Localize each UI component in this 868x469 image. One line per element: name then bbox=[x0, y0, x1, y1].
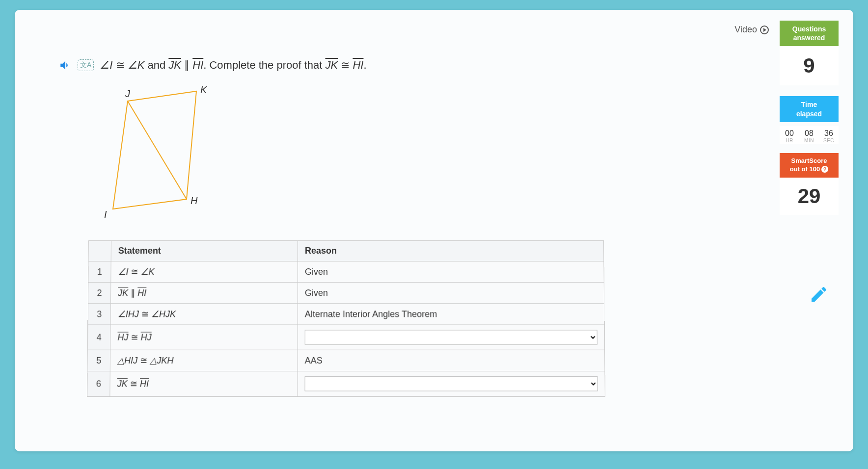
help-icon[interactable]: ? bbox=[821, 166, 828, 173]
svg-marker-0 bbox=[113, 91, 196, 209]
reason-cell bbox=[298, 371, 605, 396]
question-card: Video Questions answered 9 Time elapsed … bbox=[15, 10, 853, 451]
smartscore-value: 29 bbox=[780, 178, 839, 215]
timer-sec: 36 bbox=[819, 129, 839, 138]
table-row: 5 △HIJ ≅ △JKH AAS bbox=[87, 350, 605, 371]
statement-cell[interactable]: ∠I ≅ ∠K bbox=[111, 261, 298, 283]
reason-cell[interactable]: Given bbox=[298, 261, 604, 283]
proof-table-body: 1 ∠I ≅ ∠K Given 2 JK ∥ HI Given 3 ∠IHJ ≅… bbox=[87, 261, 605, 397]
geometry-diagram: J K H I bbox=[103, 86, 834, 226]
reason-select[interactable] bbox=[305, 376, 598, 391]
table-row: 6 JK ≅ HI bbox=[87, 371, 605, 396]
table-row: 2 JK ∥ HI Given bbox=[88, 283, 604, 304]
timer-min-label: MIN bbox=[799, 138, 819, 143]
statement-cell[interactable]: JK ≅ HI bbox=[110, 371, 298, 396]
reason-select[interactable] bbox=[305, 330, 597, 344]
question-text: 文A ∠I ≅ ∠K and JK ∥ HI. Complete the pro… bbox=[59, 59, 834, 72]
smartscore-label: SmartScore out of 100? bbox=[780, 153, 839, 178]
vertex-J: J bbox=[125, 88, 131, 99]
questions-answered-label: Questions answered bbox=[780, 21, 839, 46]
reason-cell[interactable]: AAS bbox=[298, 350, 605, 371]
timer-hr: 00 bbox=[780, 129, 799, 138]
play-icon bbox=[760, 26, 769, 34]
vertex-I: I bbox=[104, 209, 107, 220]
table-row: 3 ∠IHJ ≅ ∠HJK Alternate Interior Angles … bbox=[88, 304, 604, 325]
vertex-H: H bbox=[190, 195, 198, 206]
timer-min: 08 bbox=[799, 129, 819, 138]
header-statement: Statement bbox=[111, 240, 298, 261]
scratchpad-button[interactable] bbox=[809, 285, 829, 304]
vertex-K: K bbox=[200, 86, 208, 95]
header-blank bbox=[88, 240, 111, 261]
reason-cell bbox=[298, 325, 604, 350]
svg-line-1 bbox=[128, 101, 187, 199]
timer: 00 HR 08 MIN 36 SEC bbox=[780, 126, 839, 144]
reason-cell[interactable]: Alternate Interior Angles Theorem bbox=[298, 304, 604, 325]
statement-cell[interactable]: ∠IHJ ≅ ∠HJK bbox=[110, 304, 298, 325]
reason-cell[interactable]: Given bbox=[298, 283, 604, 304]
table-row: 4 HJ ≅ HJ bbox=[87, 325, 604, 350]
statement-cell[interactable]: JK ∥ HI bbox=[110, 283, 298, 304]
stats-sidebar: Questions answered 9 Time elapsed 00 HR … bbox=[780, 21, 839, 215]
statement-cell[interactable]: HJ ≅ HJ bbox=[110, 325, 298, 350]
video-button[interactable]: Video bbox=[734, 21, 769, 35]
top-right-controls: Video Questions answered 9 Time elapsed … bbox=[734, 21, 839, 215]
proof-table: Statement Reason 1 ∠I ≅ ∠K Given 2 JK ∥ … bbox=[87, 240, 605, 397]
timer-hr-label: HR bbox=[780, 138, 799, 143]
table-row: 1 ∠I ≅ ∠K Given bbox=[88, 261, 604, 283]
statement-cell[interactable]: △HIJ ≅ △JKH bbox=[110, 350, 298, 371]
video-label: Video bbox=[734, 25, 757, 35]
audio-icon[interactable] bbox=[59, 59, 72, 72]
time-elapsed-label: Time elapsed bbox=[780, 96, 839, 122]
header-reason: Reason bbox=[298, 240, 603, 261]
translate-icon[interactable]: 文A bbox=[78, 59, 94, 71]
questions-answered-value: 9 bbox=[780, 46, 839, 85]
timer-sec-label: SEC bbox=[819, 138, 839, 143]
question-sentence: ∠I ≅ ∠K and JK ∥ HI. Complete the proof … bbox=[100, 59, 366, 72]
